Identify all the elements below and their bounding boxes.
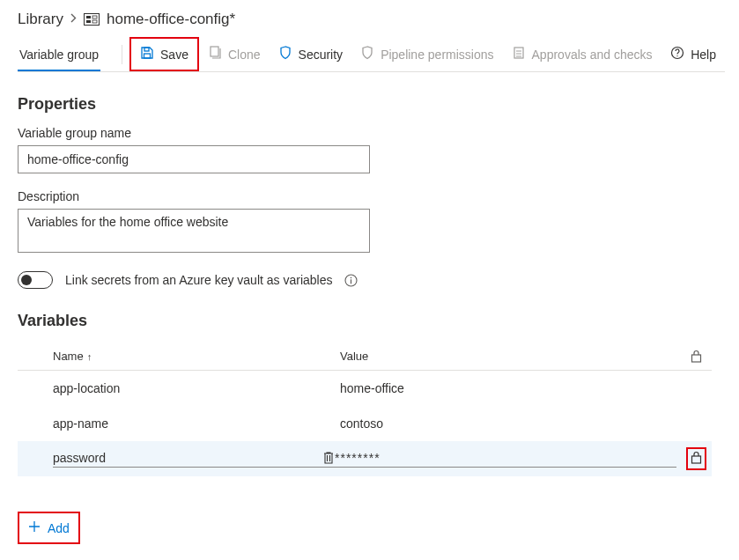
breadcrumb-root[interactable]: Library <box>18 11 63 28</box>
svg-rect-6 <box>144 54 151 58</box>
add-variable-button[interactable]: Add <box>18 512 80 544</box>
approvals-checks-button: Approvals and checks <box>503 39 661 70</box>
svg-rect-14 <box>691 355 700 362</box>
approvals-checks-label: Approvals and checks <box>532 48 653 62</box>
svg-rect-2 <box>86 20 91 23</box>
save-button-label: Save <box>160 48 188 62</box>
lock-icon[interactable] <box>691 451 702 467</box>
column-header-lock <box>680 350 712 363</box>
security-button-label: Security <box>299 48 344 62</box>
clone-button-label: Clone <box>228 48 261 62</box>
svg-rect-1 <box>86 16 91 18</box>
variable-group-icon <box>84 13 100 26</box>
breadcrumb-current: home-office-config* <box>84 11 235 28</box>
pipeline-permissions-button: Pipeline permissions <box>351 39 502 70</box>
link-secrets-toggle[interactable] <box>18 271 53 289</box>
breadcrumb-separator <box>70 13 77 26</box>
tab-variable-group[interactable]: Variable group <box>18 39 100 70</box>
column-header-name[interactable]: Name ↑ <box>18 350 340 363</box>
variable-name-cell[interactable]: app-name <box>18 416 340 431</box>
clone-button: Clone <box>199 39 270 70</box>
svg-rect-3 <box>92 16 97 18</box>
save-highlight: Save <box>129 37 199 71</box>
info-icon[interactable] <box>344 274 358 287</box>
svg-rect-4 <box>92 20 97 23</box>
save-icon <box>140 46 154 63</box>
description-input[interactable]: Variables for the home office website <box>18 209 370 253</box>
plus-icon <box>28 520 41 535</box>
checklist-icon <box>512 46 526 63</box>
help-button[interactable]: Help <box>661 39 725 70</box>
clone-icon <box>208 46 222 63</box>
variable-row[interactable]: app-location home-office <box>18 371 712 406</box>
variable-row-selected[interactable]: password ******** <box>18 441 712 476</box>
breadcrumb: Library home-office-config* <box>18 7 725 37</box>
add-button-label: Add <box>48 521 70 535</box>
variable-name-cell[interactable]: app-location <box>18 381 340 395</box>
breadcrumb-current-label: home-office-config* <box>107 11 235 28</box>
description-label: Description <box>18 189 725 203</box>
save-button[interactable]: Save <box>131 39 197 70</box>
variables-table: Name ↑ Value app-location home-office ap… <box>18 343 712 476</box>
svg-rect-0 <box>84 14 99 26</box>
svg-point-10 <box>677 55 678 56</box>
help-button-label: Help <box>691 48 716 62</box>
variable-value-cell[interactable]: ******** <box>335 451 676 468</box>
variable-value-cell[interactable]: contoso <box>340 416 680 431</box>
properties-heading: Properties <box>18 95 725 114</box>
variables-heading: Variables <box>18 312 725 330</box>
sort-ascending-icon: ↑ <box>87 351 92 362</box>
variable-name-cell[interactable]: password <box>53 451 335 468</box>
toolbar-divider <box>122 45 122 64</box>
svg-rect-5 <box>144 48 149 51</box>
variable-group-name-input[interactable] <box>18 145 370 173</box>
variable-name-text: password <box>53 451 106 465</box>
svg-rect-7 <box>211 47 218 56</box>
column-header-name-label: Name <box>53 350 84 363</box>
toolbar: Variable group Save Clone Security Pipel… <box>18 37 725 72</box>
shield-icon <box>278 46 292 63</box>
lock-highlight <box>686 447 706 470</box>
column-header-value[interactable]: Value <box>340 350 680 363</box>
delete-icon[interactable] <box>322 451 335 464</box>
svg-rect-15 <box>691 456 700 463</box>
svg-point-12 <box>351 276 352 278</box>
variables-header-row: Name ↑ Value <box>18 343 712 371</box>
variable-group-name-label: Variable group name <box>18 126 725 140</box>
pipeline-permissions-label: Pipeline permissions <box>381 48 493 62</box>
shield-outline-icon <box>360 46 374 63</box>
variable-value-cell[interactable]: home-office <box>340 381 680 395</box>
link-secrets-label: Link secrets from an Azure key vault as … <box>65 273 332 287</box>
svg-rect-13 <box>351 279 351 284</box>
variable-row[interactable]: app-name contoso <box>18 406 712 441</box>
help-icon <box>670 46 684 63</box>
security-button[interactable]: Security <box>270 39 352 70</box>
variable-lock-cell[interactable] <box>680 447 712 470</box>
